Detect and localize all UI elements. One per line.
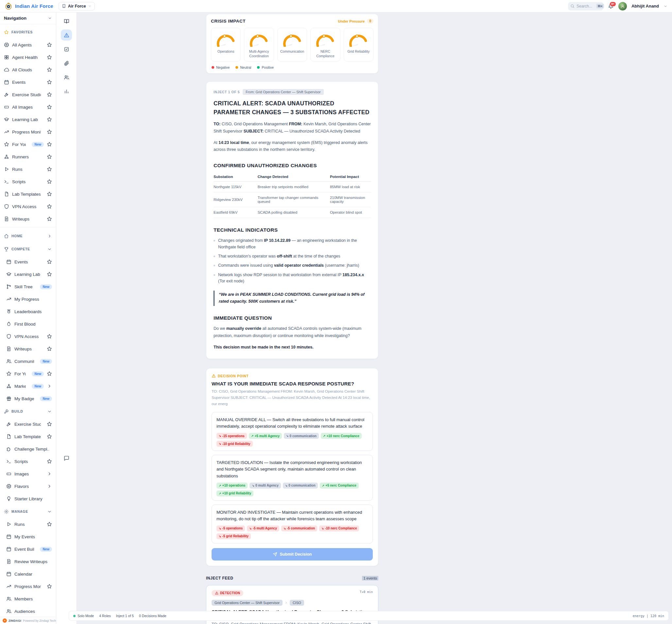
sidebar-item-progress-monitor[interactable]: Progress Monitor xyxy=(0,580,56,593)
star-icon[interactable] xyxy=(47,154,52,159)
sidebar-item-for-you[interactable]: For YouNew xyxy=(0,367,56,380)
sidebar-item-learning-lab[interactable]: Learning Lab xyxy=(0,268,56,280)
search-box[interactable]: ⌘K xyxy=(568,2,603,10)
star-icon[interactable] xyxy=(47,92,52,97)
star-icon[interactable] xyxy=(47,271,52,277)
star-icon[interactable] xyxy=(47,129,52,134)
user-name[interactable]: Abhijit Anand xyxy=(631,4,659,8)
sidebar-item-audiences[interactable]: Audiences xyxy=(0,605,56,618)
sidebar-item-vpn-access[interactable]: VPN Access xyxy=(0,200,56,213)
sidebar-item-scripts[interactable]: Scripts xyxy=(0,455,56,468)
option-text: TARGETED ISOLATION — Isolate the comprom… xyxy=(216,460,368,479)
rail-item-message[interactable] xyxy=(61,452,72,464)
rail-item-bar-chart[interactable] xyxy=(61,86,72,97)
star-icon[interactable] xyxy=(47,166,52,172)
star-icon[interactable] xyxy=(47,334,52,339)
star-icon[interactable] xyxy=(47,42,52,48)
brand[interactable]: Indian Air Force xyxy=(5,2,53,10)
sidebar-section-compete[interactable]: COMPETE xyxy=(0,242,56,256)
org-selector[interactable]: Air Force xyxy=(58,2,95,10)
notifications-button[interactable]: 9+ xyxy=(608,3,614,9)
effect-label: +5 multi Agency xyxy=(254,434,279,438)
sidebar-item-my-events[interactable]: My Events xyxy=(0,530,56,543)
sidebar-item-calendar[interactable]: Calendar xyxy=(0,568,56,580)
decision-option-3[interactable]: MONITOR AND INVESTIGATE — Maintain curre… xyxy=(212,504,373,544)
status-0-decisions-made: 0 Decisions Made xyxy=(139,614,166,618)
rail-item-paperclip[interactable] xyxy=(61,58,72,69)
star-icon[interactable] xyxy=(47,421,52,427)
rail-item-book-open[interactable] xyxy=(61,16,72,26)
star-icon[interactable] xyxy=(47,371,52,376)
star-icon[interactable] xyxy=(47,434,52,439)
star-icon[interactable] xyxy=(47,142,52,147)
star-icon[interactable] xyxy=(47,522,52,527)
star-icon[interactable] xyxy=(47,204,52,209)
star-icon[interactable] xyxy=(47,216,52,222)
sidebar-item-events[interactable]: Events xyxy=(0,256,56,268)
sidebar-item-my-badges[interactable]: My BadgesNew xyxy=(0,392,56,405)
sidebar-item-events[interactable]: Events xyxy=(0,76,56,88)
sidebar-section-manage[interactable]: MANAGE xyxy=(0,505,56,518)
star-icon[interactable] xyxy=(47,117,52,122)
sidebar-item-challenge-templ[interactable]: Challenge Templ... xyxy=(0,443,56,455)
star-icon[interactable] xyxy=(47,104,52,110)
star-icon[interactable] xyxy=(47,179,52,184)
sidebar-item-exercise-studio[interactable]: Exercise Studio xyxy=(0,88,56,101)
rail-item-users[interactable] xyxy=(61,72,72,83)
sidebar-item-review-writeups[interactable]: Review Writeups xyxy=(0,555,56,568)
sidebar-item-runs[interactable]: Runs xyxy=(0,518,56,530)
star-icon[interactable] xyxy=(47,79,52,85)
chevron-down-icon[interactable] xyxy=(664,4,667,8)
sidebar-item-learning-lab[interactable]: Learning Lab xyxy=(0,113,56,126)
sidebar-section-favorites[interactable]: FAVORITES xyxy=(0,26,56,38)
sidebar-item-writeups[interactable]: Writeups xyxy=(0,343,56,355)
star-icon[interactable] xyxy=(47,67,52,72)
star-icon[interactable] xyxy=(47,259,52,264)
sidebar-item-progress-monitor[interactable]: Progress Monitor xyxy=(0,126,56,138)
gauge-label: Communication xyxy=(278,49,306,58)
sidebar-section-home[interactable]: HOME xyxy=(0,229,56,242)
sidebar-item-all-clouds[interactable]: All Clouds xyxy=(0,63,56,76)
rail-item-check-square[interactable] xyxy=(61,44,72,55)
sidebar-item-event-buil[interactable]: Event Buil...New xyxy=(0,543,56,555)
sidebar-item-community[interactable]: CommunityNew xyxy=(0,355,56,367)
sidebar-item-all-agents[interactable]: All Agents xyxy=(0,38,56,51)
star-icon[interactable] xyxy=(47,459,52,464)
star-icon[interactable] xyxy=(47,346,52,352)
sidebar-item-flavors[interactable]: Flavors xyxy=(0,480,56,492)
sidebar-item-agent-health[interactable]: Agent Health xyxy=(0,51,56,63)
decision-option-2[interactable]: TARGETED ISOLATION — Isolate the comprom… xyxy=(212,455,373,500)
sidebar-item-for-you[interactable]: For YouNew xyxy=(0,138,56,151)
sidebar-item-marketplace[interactable]: MarketplaceNew xyxy=(0,380,56,392)
star-icon[interactable] xyxy=(47,584,52,589)
sidebar-item-starter-library[interactable]: Starter Library xyxy=(0,492,56,505)
rail-item-alert-triangle[interactable] xyxy=(61,29,72,41)
sidebar-item-members[interactable]: Members xyxy=(0,593,56,605)
search-input[interactable] xyxy=(576,4,594,8)
sidebar-section-build[interactable]: BUILD xyxy=(0,405,56,418)
star-icon[interactable] xyxy=(47,191,52,197)
sidebar-item-writeups[interactable]: Writeups xyxy=(0,213,56,225)
sidebar-item-skill-tree[interactable]: Skill TreeNew xyxy=(0,280,56,293)
alert-triangle-icon xyxy=(215,591,218,595)
sidebar-item-scripts[interactable]: Scripts xyxy=(0,175,56,188)
sidebar-item-vpn-access[interactable]: VPN Access xyxy=(0,330,56,343)
sidebar-nav-header[interactable]: Navigation xyxy=(0,12,56,24)
submit-decision-button[interactable]: Submit Decision xyxy=(212,548,373,561)
sidebar-item-first-blood[interactable]: First Blood xyxy=(0,318,56,330)
sidebar-item-exercise-studio[interactable]: Exercise Studio xyxy=(0,418,56,430)
sidebar-item-runs[interactable]: Runs xyxy=(0,163,56,175)
sidebar-item-all-images[interactable]: All Images xyxy=(0,101,56,113)
sidebar-item-runners[interactable]: Runners xyxy=(0,151,56,163)
sidebar-item-my-progress[interactable]: My Progress xyxy=(0,293,56,305)
sidebar-item-label: First Blood xyxy=(15,322,36,327)
avatar[interactable] xyxy=(618,2,627,10)
sidebar-item-lab-templates[interactable]: Lab Templates xyxy=(0,188,56,200)
inject-label: INJECT 1 OF 5 xyxy=(214,90,240,94)
check-square-icon xyxy=(64,47,69,52)
sidebar-item-leaderboards[interactable]: Leaderboards xyxy=(0,305,56,318)
decision-option-1[interactable]: MANUAL OVERRIDE ALL — Switch all three s… xyxy=(212,412,373,451)
sidebar-item-images[interactable]: Images xyxy=(0,468,56,480)
sidebar-item-lab-templates[interactable]: Lab Templates xyxy=(0,430,56,443)
star-icon[interactable] xyxy=(47,55,52,60)
